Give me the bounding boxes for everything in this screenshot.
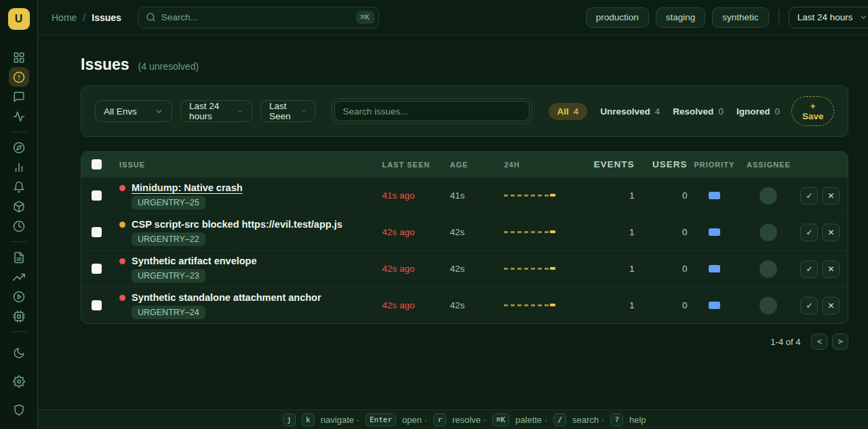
chevron-down-icon: [155, 107, 163, 116]
row-checkbox[interactable]: [92, 227, 102, 237]
next-page-button[interactable]: >: [832, 333, 848, 350]
sidebar-item-stats[interactable]: [9, 157, 29, 177]
sidebar-item-security[interactable]: [9, 400, 29, 420]
issue-title[interactable]: Minidump: Native crash: [132, 182, 243, 194]
pagination: 1-4 of 4 < >: [81, 333, 848, 350]
ignore-button[interactable]: ✕: [822, 224, 840, 241]
assignee-avatar[interactable]: [760, 224, 777, 241]
row-checkbox[interactable]: [92, 300, 102, 310]
key-r: r: [433, 413, 446, 426]
users-count: 0: [634, 190, 687, 201]
settings-gear-icon: [13, 375, 25, 388]
tab-ignored[interactable]: Ignored 0: [736, 106, 780, 117]
chevron-down-icon: [301, 107, 307, 116]
sidebar-item-history[interactable]: [9, 216, 29, 236]
table-row[interactable]: Synthetic standalone attachment anchor U…: [81, 287, 848, 323]
bell-icon: [13, 181, 25, 193]
prev-page-button[interactable]: <: [811, 333, 827, 350]
shortcut-label-search: search ·: [572, 415, 604, 425]
table-row[interactable]: CSP script-src blocked https://evil.test…: [81, 213, 848, 250]
tab-unresolved-label: Unresolved: [600, 106, 650, 117]
resolve-button[interactable]: ✓: [800, 187, 818, 205]
breadcrumb-separator: /: [83, 12, 85, 23]
sidebar-item-releases[interactable]: [9, 197, 29, 216]
issue-title[interactable]: Synthetic artifact envelope: [132, 255, 257, 267]
app-logo[interactable]: U: [8, 8, 30, 30]
tab-resolved-label: Resolved: [673, 106, 713, 117]
tab-ignored-count: 0: [774, 106, 780, 117]
issue-title[interactable]: Synthetic standalone attachment anchor: [132, 291, 321, 304]
breadcrumb-home[interactable]: Home: [52, 12, 77, 23]
tab-all[interactable]: All 4: [549, 103, 588, 120]
sort-select[interactable]: Last Seen: [260, 100, 315, 122]
env-pill-staging[interactable]: staging: [656, 7, 706, 28]
issue-id-badge: URGENTRY–25: [132, 196, 205, 209]
global-search[interactable]: ⌘K: [138, 7, 379, 28]
env-pill-production[interactable]: production: [586, 7, 649, 28]
resolve-button[interactable]: ✓: [800, 260, 818, 278]
resolve-button[interactable]: ✓: [800, 224, 818, 241]
issue-search-input[interactable]: [343, 106, 521, 117]
sidebar-item-alerts[interactable]: [9, 177, 29, 197]
ignore-button[interactable]: ✕: [822, 187, 840, 205]
ignore-button[interactable]: ✕: [822, 297, 840, 314]
sidebar-item-performance[interactable]: [9, 306, 29, 326]
table-row[interactable]: Synthetic artifact envelope URGENTRY–23 …: [81, 250, 848, 287]
table-row[interactable]: Minidump: Native crash URGENTRY–25 41s a…: [81, 177, 848, 213]
sidebar-divider: [11, 331, 27, 332]
issue-title[interactable]: CSP script-src blocked https://evil.test…: [132, 218, 342, 230]
search-shortcut-badge: ⌘K: [356, 11, 374, 24]
sidebar-item-discussions[interactable]: [9, 87, 29, 106]
sidebar-item-explore[interactable]: [9, 138, 29, 157]
package-icon: [13, 201, 25, 213]
col-issue: ISSUE: [119, 161, 382, 169]
key-k: k: [302, 413, 315, 426]
age-value: 42s: [450, 300, 504, 310]
page-title: Issues: [81, 56, 130, 74]
issue-search[interactable]: [334, 101, 530, 121]
row-checkbox[interactable]: [92, 190, 102, 201]
assignee-avatar[interactable]: [760, 297, 777, 314]
tab-resolved[interactable]: Resolved 0: [673, 106, 724, 117]
env-pill-synthetic[interactable]: synthetic: [712, 7, 768, 28]
sidebar-item-docs[interactable]: [9, 247, 29, 267]
sidebar-item-activity[interactable]: [9, 106, 29, 126]
time-range-value: Last 24 hours: [797, 12, 853, 22]
time-filter-select[interactable]: Last 24 hours: [180, 100, 252, 122]
time-range-select[interactable]: Last 24 hours: [789, 7, 868, 28]
users-count: 0: [634, 264, 687, 274]
events-count: 1: [578, 300, 634, 310]
resolve-button[interactable]: ✓: [800, 297, 818, 314]
page-head: Issues (4 unresolved): [81, 56, 848, 74]
select-all-checkbox[interactable]: [92, 159, 102, 169]
col-events: EVENTS: [578, 159, 634, 169]
tab-unresolved[interactable]: Unresolved 4: [600, 106, 660, 117]
key-enter: Enter: [366, 413, 396, 426]
24h-sparkline: [504, 304, 555, 306]
assignee-avatar[interactable]: [760, 260, 777, 278]
save-search-button[interactable]: + Save: [791, 96, 835, 126]
col-priority: PRIORITY: [687, 161, 741, 169]
assignee-avatar[interactable]: [760, 187, 777, 205]
events-count: 1: [578, 227, 634, 237]
age-value: 41s: [450, 190, 504, 201]
age-value: 42s: [450, 264, 504, 274]
breadcrumb: Home / Issues: [52, 12, 121, 23]
issue-id-badge: URGENTRY–22: [132, 232, 205, 246]
sidebar-item-issues[interactable]: [9, 67, 29, 87]
ignore-button[interactable]: ✕: [822, 260, 840, 278]
sidebar-item-theme[interactable]: [9, 343, 29, 363]
sidebar-item-settings[interactable]: [9, 371, 29, 391]
age-value: 42s: [450, 227, 504, 237]
sidebar-item-replays[interactable]: [9, 287, 29, 306]
col-age: AGE: [450, 161, 504, 169]
users-count: 0: [634, 300, 687, 310]
global-search-input[interactable]: [161, 12, 351, 22]
sidebar-item-dashboard[interactable]: [9, 47, 29, 67]
sidebar-item-trends[interactable]: [9, 267, 29, 287]
env-filter-select[interactable]: All Envs: [95, 100, 172, 122]
row-checkbox[interactable]: [92, 264, 102, 274]
issue-id-badge: URGENTRY–24: [132, 306, 205, 319]
sidebar: U: [0, 0, 38, 429]
search-icon: [146, 12, 156, 22]
